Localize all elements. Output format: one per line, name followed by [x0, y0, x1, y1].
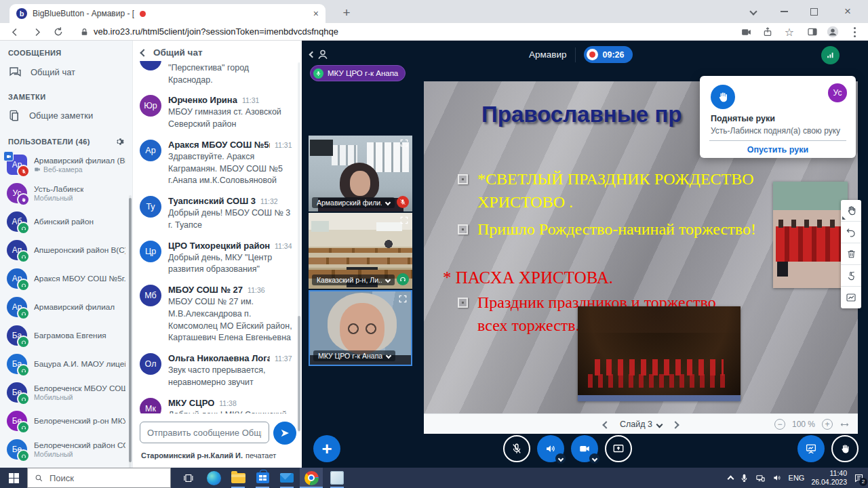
zoom-out-button[interactable]: −: [774, 419, 785, 430]
screenshare-button[interactable]: [605, 435, 632, 462]
actions-plus-button[interactable]: +: [313, 435, 340, 462]
chat-back-icon[interactable]: [141, 46, 146, 58]
multi-user-whiteboard-button[interactable]: [841, 287, 861, 308]
lock-icon[interactable]: [76, 24, 92, 40]
window-minimize-button[interactable]: [772, 0, 796, 23]
user-list-item[interactable]: Ба Баграмова Евгения: [0, 321, 132, 350]
task-view-button[interactable]: [176, 468, 199, 488]
send-message-button[interactable]: [273, 422, 296, 445]
side-panel-icon[interactable]: [804, 24, 821, 40]
user-list-item[interactable]: Ар Армавирский филиал: [0, 293, 132, 321]
profile-avatar-icon[interactable]: [825, 24, 841, 40]
user-list-item[interactable]: Ба Бацура А.И. МАОУ лицей 12: [0, 350, 132, 378]
tray-volume-icon[interactable]: [772, 473, 782, 483]
sidebar-item-public-chat[interactable]: Общий чат: [0, 60, 132, 85]
taskbar-search[interactable]: Поиск: [27, 468, 171, 488]
audio-toggle-button[interactable]: [537, 435, 564, 462]
action-center-icon[interactable]: 2: [854, 473, 864, 483]
glasses: [345, 323, 379, 334]
users-scrollbar[interactable]: [129, 195, 132, 488]
chat-messages[interactable]: Добрый день! МАОУ ЦО ДО "Перспектива" го…: [133, 61, 295, 413]
search-icon: [35, 474, 43, 483]
mail-taskbar-icon[interactable]: [275, 468, 298, 488]
collapse-panel-button[interactable]: [310, 47, 330, 61]
webcam-tile-active-speaker[interactable]: МКУ ЦРО г-к Анапа: [309, 290, 412, 366]
message-sender: Туапсинский СОШ 3: [168, 196, 256, 206]
user-list-item[interactable]: Бе Белореченский район СОШ5 Мобильный: [0, 435, 132, 464]
typing-indicator: Староминский р-н.Калий И.печатает: [141, 451, 276, 460]
sidebar-item-shared-notes[interactable]: Общие заметки: [0, 104, 132, 127]
recording-indicator[interactable]: 09:26: [584, 46, 633, 63]
hand-tool-button[interactable]: [841, 200, 861, 222]
fullscreen-icon[interactable]: [399, 216, 409, 225]
fullscreen-icon[interactable]: [398, 294, 408, 304]
users-settings-gear-icon[interactable]: [115, 137, 124, 146]
zoom-in-button[interactable]: +: [822, 419, 833, 430]
address-bar[interactable]: veb.iro23.ru/html5client/join?sessionTok…: [94, 23, 338, 40]
webcam-toggle-button[interactable]: [571, 435, 598, 462]
mute-toggle-button[interactable]: [503, 435, 530, 462]
previous-slide-button[interactable]: [604, 418, 609, 430]
language-indicator[interactable]: ENG: [789, 474, 805, 482]
webcam-label[interactable]: Кавказский р-н, Ли...: [312, 274, 395, 285]
user-list-item[interactable]: Аб Абинский район: [0, 207, 132, 236]
tab-close-icon[interactable]: ×: [313, 8, 319, 19]
message-sender: Аракся МБОУ СОШ №5г.Ан...: [168, 140, 270, 150]
file-explorer-taskbar-icon[interactable]: [226, 468, 250, 488]
minimize-presentation-button[interactable]: [797, 435, 825, 462]
lower-hands-button[interactable]: Опустить руки: [700, 145, 856, 155]
raise-hand-button[interactable]: [831, 435, 859, 462]
notes-header: ЗАМЕТКИ: [8, 93, 132, 101]
bookmark-star-icon[interactable]: ☆: [781, 24, 797, 40]
avatar: [140, 61, 161, 70]
tray-mic-icon[interactable]: [740, 474, 749, 483]
user-list-item[interactable]: Ар Армавирский филиал (Вы) Веб-камера: [0, 150, 132, 179]
message-time: 11:31: [242, 96, 260, 104]
webcam-tile[interactable]: Кавказский р-н, Ли...: [309, 213, 412, 289]
user-list-item[interactable]: Ап Апшеронский район В(С)ОШ№1: [0, 236, 132, 264]
talking-indicator[interactable]: МКУ ЦРО г-к Анапа: [310, 65, 406, 81]
user-list-item[interactable]: Ар Аракся МБОУ СОШ №5г.Анапа: [0, 264, 132, 293]
audio-options-chevron[interactable]: [555, 453, 566, 464]
webcam-label[interactable]: МКУ ЦРО г-к Анапа: [313, 350, 395, 361]
store-taskbar-icon[interactable]: [251, 468, 274, 488]
window-restore-button[interactable]: [802, 0, 826, 23]
browser-tab[interactable]: b BigBlueButton - Армавир - [ ×: [9, 4, 326, 23]
notification-count-badge: 2: [859, 478, 867, 486]
window-close-button[interactable]: ×: [834, 0, 861, 23]
start-button[interactable]: [0, 468, 27, 488]
browser-menu-icon[interactable]: [846, 24, 863, 40]
edge-taskbar-icon[interactable]: [202, 468, 225, 488]
user-list-item[interactable]: Ус Усть-Лабинск Мобильный: [0, 179, 132, 207]
user-list-item[interactable]: Бе Белореченск МБОУ СОШ 2323 Мобильный: [0, 378, 132, 407]
fullscreen-icon[interactable]: [399, 138, 409, 148]
next-slide-button[interactable]: [673, 418, 678, 430]
user-sub: Веб-камера: [34, 165, 125, 174]
tray-expand-icon[interactable]: [728, 472, 733, 484]
connection-status-icon[interactable]: [821, 46, 840, 64]
pan-tool-button[interactable]: [841, 265, 861, 287]
chrome-taskbar-icon[interactable]: [300, 468, 323, 488]
mic-off-icon: [397, 196, 409, 208]
webcam-tile[interactable]: Армавирский фили...: [309, 136, 412, 211]
tray-network-icon[interactable]: [755, 473, 766, 483]
fit-to-width-icon[interactable]: [840, 420, 850, 430]
photos-taskbar-icon[interactable]: [326, 468, 349, 488]
undo-button[interactable]: [841, 222, 861, 243]
new-tab-button[interactable]: +: [338, 4, 355, 22]
back-button[interactable]: [7, 24, 23, 40]
chat-scrollbar[interactable]: [298, 62, 300, 432]
slide-selector[interactable]: Слайд 3: [620, 420, 662, 429]
tab-search-icon[interactable]: [743, 0, 764, 23]
webcam-options-chevron[interactable]: [589, 453, 599, 464]
chat-message-input[interactable]: [140, 422, 269, 443]
webcam-label[interactable]: Армавирский фили...: [312, 197, 395, 208]
camera-in-use-icon[interactable]: [738, 24, 754, 40]
forward-button[interactable]: [28, 24, 45, 40]
refresh-button[interactable]: [50, 24, 66, 40]
share-icon[interactable]: [760, 24, 776, 40]
user-list-item[interactable]: Бе Белореченский р-он МКУ ЦРО: [0, 407, 132, 435]
chat-message: Ол Ольга Николаевна Логачева11:37 Звук ч…: [140, 353, 295, 389]
clear-annotations-button[interactable]: [841, 243, 861, 265]
taskbar-clock[interactable]: 11:40 26.04.2023: [811, 469, 847, 487]
